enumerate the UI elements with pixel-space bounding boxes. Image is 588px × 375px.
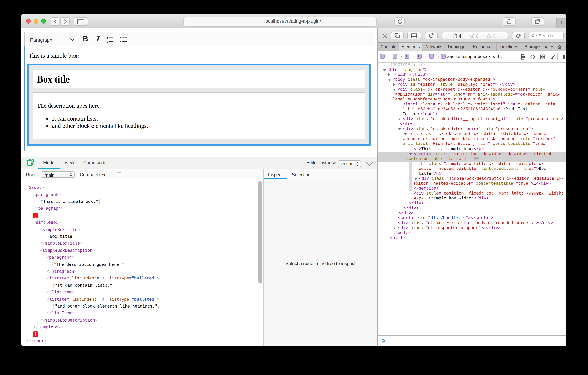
svg-text:0: 0 xyxy=(493,33,495,38)
svg-text:2: 2 xyxy=(106,40,108,44)
svg-text:4: 4 xyxy=(459,33,461,38)
svg-text:5: 5 xyxy=(32,160,33,162)
svg-text:0: 0 xyxy=(476,33,479,38)
svg-text:Search: Search xyxy=(538,33,553,38)
svg-text:1: 1 xyxy=(106,36,108,40)
